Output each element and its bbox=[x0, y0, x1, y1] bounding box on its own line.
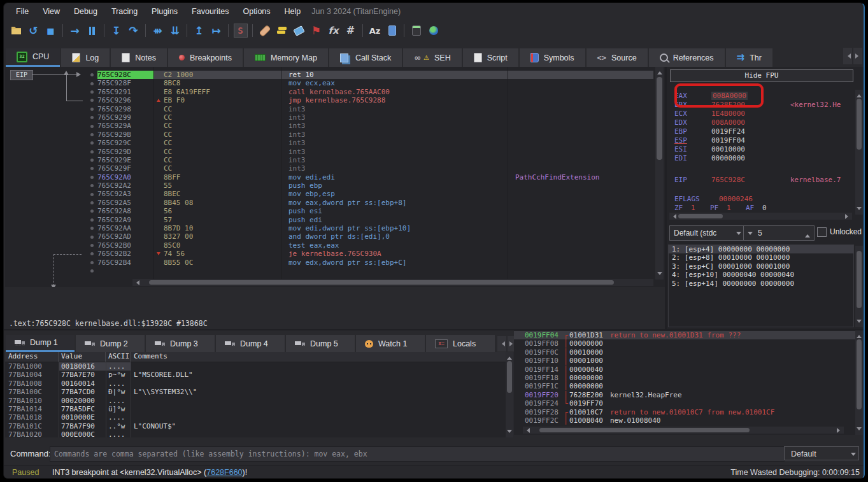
disasm-row[interactable]: 765C92B274 56je kernelbase.765C930A bbox=[87, 250, 653, 258]
calculator-icon[interactable] bbox=[408, 22, 425, 39]
disasm-row[interactable]: 765C92A255push ebp bbox=[87, 181, 653, 190]
dump-row[interactable]: 77BA100C77BA7CD0Ð|°wL"\\SYSTEM32\\" bbox=[5, 388, 506, 396]
breakpoint-dot-icon[interactable] bbox=[87, 269, 97, 273]
disasm-row[interactable]: 765C928CC2 1000ret 10 bbox=[87, 71, 653, 79]
comment-icon[interactable] bbox=[273, 22, 290, 39]
stack-row[interactable]: 0019FF14│00000040 bbox=[514, 365, 855, 374]
dump-vertical-scrollbar[interactable] bbox=[506, 352, 513, 437]
scroll-down-icon[interactable] bbox=[857, 207, 862, 213]
function-icon[interactable]: fx bbox=[325, 22, 342, 39]
tab-script[interactable]: Script bbox=[463, 48, 518, 67]
breakpoint-dot-icon[interactable] bbox=[87, 167, 97, 170]
stack-row[interactable]: 0019FF2C│01008040new.01008040 bbox=[514, 416, 855, 425]
register-row[interactable]: ESI00010000 bbox=[674, 145, 855, 154]
scrollbar-thumb[interactable] bbox=[857, 339, 862, 409]
scroll-up-icon[interactable] bbox=[657, 69, 662, 74]
breakpoint-dot-icon[interactable] bbox=[87, 236, 97, 239]
disasm-row[interactable]: 765C9298CCint3 bbox=[87, 105, 653, 113]
disasm-row[interactable]: 765C92B48B55 0Cmov edx,dword ptr ss:[ebp… bbox=[87, 259, 653, 267]
disasm-row[interactable]: 765C92A58B45 08mov eax,dword ptr ss:[ebp… bbox=[87, 199, 653, 207]
registers-horizontal-scrollbar[interactable] bbox=[669, 213, 852, 220]
scrollbar-thumb[interactable] bbox=[657, 77, 662, 160]
tab-dump-4[interactable]: Dump 4 bbox=[216, 335, 285, 352]
disasm-row[interactable]: 765C929BCCint3 bbox=[87, 131, 653, 139]
disasm-row[interactable]: 765C928F8BC8mov ecx,eax bbox=[87, 79, 653, 87]
unlocked-checkbox[interactable] bbox=[817, 227, 827, 237]
breakpoint-dot-icon[interactable] bbox=[87, 193, 97, 196]
trace-into-icon[interactable]: ⇻ bbox=[149, 22, 166, 39]
disasm-row[interactable]: 765C92AA8B7D 10mov edi,dword ptr ss:[ebp… bbox=[87, 224, 653, 232]
breakpoint-dot-icon[interactable] bbox=[87, 244, 97, 247]
disasm-row[interactable]: 765C92A38BECmov ebp,esp bbox=[87, 190, 653, 198]
register-row[interactable]: EDX008A0000 bbox=[674, 118, 855, 127]
case-icon[interactable]: Az bbox=[366, 22, 383, 39]
breakpoint-dot-icon[interactable] bbox=[87, 90, 97, 94]
argument-row[interactable]: 5: [esp+14] 00000000 00000000 bbox=[669, 280, 853, 288]
calling-convention-select[interactable]: Default (stdc bbox=[669, 225, 744, 241]
restart-icon[interactable]: ↺ bbox=[25, 22, 42, 39]
disasm-row[interactable]: 765C9296EB F0jmp kernelbase.765C9288 bbox=[87, 96, 653, 104]
tab-dump-1[interactable]: Dump 1 bbox=[6, 335, 75, 352]
scroll-down-icon[interactable] bbox=[507, 430, 512, 436]
argument-row[interactable]: 2: [esp+8] 00010000 00010000 bbox=[669, 253, 853, 262]
breakpoint-dot-icon[interactable] bbox=[87, 209, 97, 213]
menu-tracing[interactable]: Tracing bbox=[104, 5, 145, 18]
menu-plugins[interactable]: Plugins bbox=[145, 5, 185, 18]
disasm-row[interactable]: 765C92A856push esi bbox=[87, 207, 653, 215]
argument-row[interactable]: 4: [esp+10] 00000040 00000040 bbox=[669, 271, 853, 279]
register-row[interactable]: EIP765C928Ckernelbase.7 bbox=[674, 176, 855, 185]
disasm-vertical-scrollbar[interactable] bbox=[655, 67, 664, 280]
register-row[interactable]: EDI00000000 bbox=[674, 154, 855, 163]
disasm-row[interactable]: 765C929ACCint3 bbox=[87, 122, 653, 130]
dump-row[interactable]: 77BA101C77BA7F90..°wL"CONOUT$" bbox=[5, 422, 506, 430]
ordinals-icon[interactable]: # bbox=[342, 22, 359, 39]
stack-row[interactable]: 0019FF04┌01001D31return to new.01001D31 … bbox=[514, 331, 855, 339]
profile-select[interactable]: Default bbox=[784, 446, 859, 460]
step-into-icon[interactable]: ↧ bbox=[108, 22, 125, 39]
scroll-left-icon[interactable] bbox=[524, 428, 530, 433]
scrollbar-thumb[interactable] bbox=[678, 214, 723, 218]
tab-scroll-right-icon[interactable] bbox=[853, 48, 862, 64]
disasm-row[interactable]: 765C92AD8327 00and dword ptr ds:[edi],0 bbox=[87, 232, 653, 241]
breakpoint-dot-icon[interactable] bbox=[87, 159, 97, 162]
disasm-row[interactable]: 765C929ECCint3 bbox=[87, 156, 653, 164]
menu-options[interactable]: Options bbox=[236, 5, 277, 18]
dump-row[interactable]: 77BA100800160014.... bbox=[5, 379, 506, 388]
argument-row[interactable]: 1: [esp+4] 00000000 00000000 bbox=[669, 245, 853, 253]
disasm-row[interactable]: 765C929DCCint3 bbox=[87, 148, 653, 156]
breakpoint-dot-icon[interactable] bbox=[87, 82, 97, 85]
scroll-up-icon[interactable] bbox=[857, 332, 862, 338]
disasm-row[interactable]: 765C929CCCint3 bbox=[87, 139, 653, 147]
menu-view[interactable]: View bbox=[36, 5, 67, 18]
scroll-left-icon[interactable] bbox=[134, 280, 139, 285]
scroll-left-icon[interactable] bbox=[671, 214, 676, 219]
tab-log[interactable]: Log bbox=[61, 48, 110, 67]
disasm-row[interactable]: 765C9299CCint3 bbox=[87, 113, 653, 122]
stack-row[interactable]: 0019FF20│7628E200kernel32.HeapFree bbox=[514, 391, 855, 399]
scrollbar-thumb[interactable] bbox=[149, 280, 614, 285]
stack-row[interactable]: 0019FF1C│00000000 bbox=[514, 382, 855, 390]
scrollbar-thumb[interactable] bbox=[857, 99, 862, 150]
tab-symbols[interactable]: Symbols bbox=[520, 48, 585, 67]
pause-icon[interactable] bbox=[83, 22, 101, 39]
open-file-icon[interactable] bbox=[8, 22, 25, 39]
execute-till-return-icon[interactable]: ↥ bbox=[190, 22, 208, 39]
skip-exceptions-icon[interactable]: S bbox=[232, 22, 249, 39]
breakpoint-dot-icon[interactable] bbox=[87, 141, 97, 145]
dump-row[interactable]: 77BA100000180016.... bbox=[5, 362, 506, 371]
breakpoint-dot-icon[interactable] bbox=[87, 252, 97, 255]
stack-row[interactable]: 0019FF0C│00010000 bbox=[514, 348, 855, 357]
hide-fpu-button[interactable]: Hide FPU bbox=[670, 69, 853, 82]
tab-memory-map[interactable]: Memory Map bbox=[244, 48, 328, 67]
patch-icon[interactable] bbox=[256, 22, 273, 39]
label-icon[interactable] bbox=[290, 22, 308, 39]
scrollbar-thumb[interactable] bbox=[539, 428, 750, 432]
breakpoint-dot-icon[interactable] bbox=[87, 176, 97, 179]
tab-call-stack[interactable]: Call Stack bbox=[329, 48, 402, 67]
register-row[interactable]: EBP0019FF24 bbox=[674, 127, 855, 136]
scroll-up-icon[interactable] bbox=[857, 92, 862, 97]
disasm-row[interactable]: 765C92A957push edi bbox=[87, 216, 653, 224]
menu-favourites[interactable]: Favourites bbox=[185, 5, 236, 18]
tab-locals[interactable]: x=Locals bbox=[426, 335, 495, 352]
breakpoint-dot-icon[interactable] bbox=[87, 99, 97, 102]
